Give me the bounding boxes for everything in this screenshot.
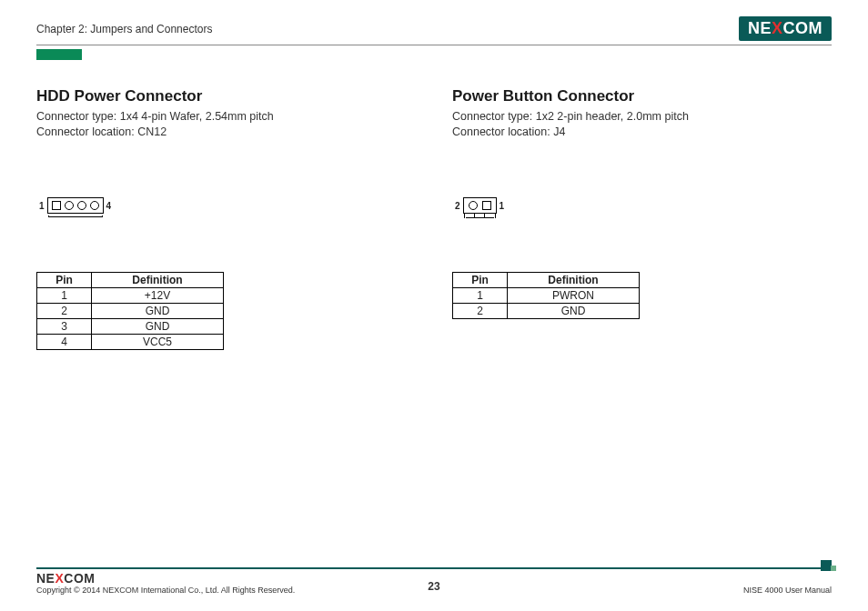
table-row: 2GND: [37, 303, 224, 318]
copyright-text: Copyright © 2014 NEXCOM International Co…: [36, 586, 295, 595]
table-row: 2GND: [453, 303, 640, 318]
pwr-pin1-label: 1: [500, 201, 505, 211]
table-row: 1+12V: [37, 287, 224, 303]
pwr-connector-type: Connector type: 1x2 2-pin header, 2.0mm …: [452, 109, 832, 125]
pin-square-icon: [482, 201, 491, 210]
pwr-connector-location: Connector location: J4: [452, 125, 832, 140]
power-button-section: Power Button Connector Connector type: 1…: [452, 87, 832, 350]
manual-name: NISE 4000 User Manual: [743, 586, 832, 595]
page-header: Chapter 2: Jumpers and Connectors NEXCOM: [36, 16, 832, 45]
table-header-pin: Pin: [453, 272, 508, 287]
page-footer: NEXCOM Copyright © 2014 NEXCOM Internati…: [36, 567, 832, 595]
wafer-4pin-body: [47, 197, 104, 214]
page-number: 23: [428, 580, 439, 593]
header-accent-bar: [36, 49, 82, 60]
table-header-pin: Pin: [37, 272, 92, 287]
table-row: 4VCC5: [37, 334, 224, 349]
pwr-pin-table: Pin Definition 1PWRON 2GND: [452, 272, 640, 319]
pwr-section-title: Power Button Connector: [452, 87, 832, 105]
pwr-pin2-label: 2: [455, 201, 460, 211]
pin-circle-icon: [469, 201, 478, 210]
wafer-underline: [48, 215, 103, 217]
nexcom-logo-top: NEXCOM: [739, 16, 832, 41]
hdd-pin1-label: 1: [39, 201, 45, 211]
table-row: 3GND: [37, 318, 224, 334]
table-header-definition: Definition: [508, 272, 640, 287]
header-notch: [464, 214, 496, 218]
content-area: HDD Power Connector Connector type: 1x4 …: [36, 87, 832, 350]
hdd-section-title: HDD Power Connector: [36, 87, 416, 105]
hdd-pin-table: Pin Definition 1+12V 2GND 3GND 4VCC5: [36, 272, 224, 350]
pin-circle-icon: [65, 201, 74, 210]
table-header-definition: Definition: [92, 272, 224, 287]
nexcom-logo-bottom: NEXCOM: [36, 571, 295, 586]
hdd-power-section: HDD Power Connector Connector type: 1x4 …: [36, 87, 416, 350]
pin-circle-icon: [77, 201, 86, 210]
footer-accent-squares: [821, 555, 836, 571]
hdd-connector-location: Connector location: CN12: [36, 125, 416, 140]
pin-circle-icon: [90, 201, 99, 210]
chapter-title: Chapter 2: Jumpers and Connectors: [36, 23, 212, 35]
footer-rule: [36, 567, 832, 569]
hdd-pin4-label: 4: [106, 201, 112, 211]
pwr-connector-diagram: 2 1: [452, 163, 832, 249]
table-row: 1PWRON: [453, 287, 640, 303]
hdd-connector-type: Connector type: 1x4 4-pin Wafer, 2.54mm …: [36, 109, 416, 125]
header-2pin-body: [463, 197, 497, 214]
pin-square-icon: [52, 201, 61, 210]
hdd-connector-diagram: 1 4: [36, 163, 416, 249]
